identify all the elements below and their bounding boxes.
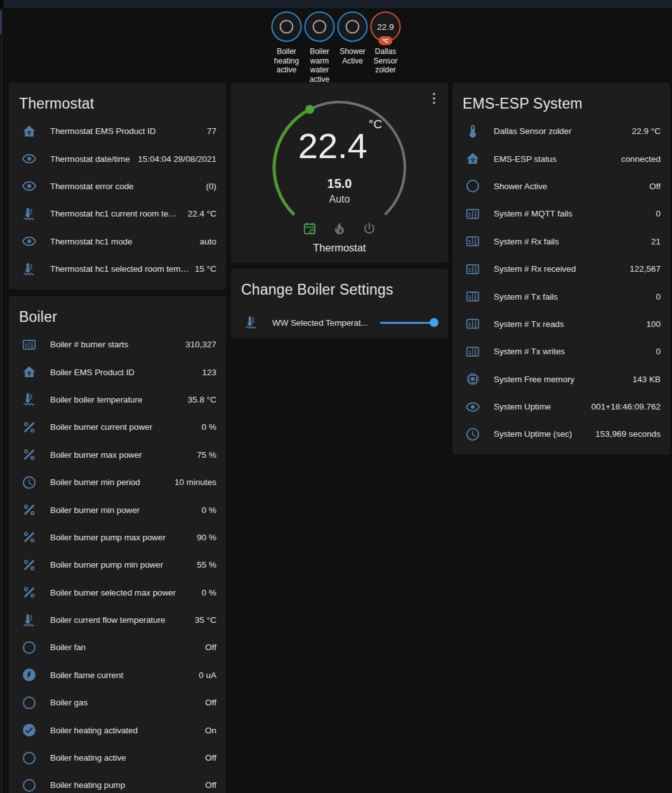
kebab-menu-icon[interactable] [431,91,437,106]
left-scrollbar-thumb[interactable] [0,10,2,34]
entity-value: 35.8 °C [188,395,216,404]
entity-label: Dallas Sensor zolder [494,126,627,136]
entity-row[interactable]: Boiler fan Off [9,634,226,661]
card-title: Boiler [9,296,226,331]
entity-row[interactable]: Boiler heating activated On [9,716,226,743]
entity-row[interactable]: Thermostat date/time 15:04:04 28/08/2021 [9,145,226,172]
entity-row[interactable]: Thermostat error code (0) [9,173,226,200]
slider-thumb[interactable] [430,318,438,327]
entity-label: Shower Active [494,182,644,191]
entity-value: 77 [207,126,216,136]
badge[interactable]: 22.9 °C Dallas Sensor zolder [369,11,402,75]
entity-row[interactable]: System Uptime (sec) 153,969 seconds [452,420,670,448]
entity-row[interactable]: Boiler burner pump min power 55 % [9,551,226,578]
ww-selected-temperature-row[interactable]: WW Selected Temperat... [231,308,448,337]
entity-row[interactable]: Boiler heating pump Off [9,771,226,793]
hvac-mode-buttons [231,221,448,236]
coolant-temperature-icon [22,613,37,628]
entity-row[interactable]: 125 System # Rx fails 21 [452,228,670,255]
entity-row[interactable]: EMS-ESP status connected [452,145,670,172]
clock-icon [465,427,480,442]
entity-value: 22.4 °C [188,209,216,218]
entity-row[interactable]: Thermostat hc1 selected room temper... 1… [9,255,226,283]
badge-circle [272,11,302,42]
entity-row[interactable]: Thermostat EMS Product ID 77 [9,117,226,145]
entity-label: System # MQTT fails [494,209,650,218]
entity-row[interactable]: 125 System # Tx reads 100 [452,310,670,338]
entity-row[interactable]: Boiler heating active Off [9,744,226,771]
left-edge-divider [1,8,2,793]
entity-row[interactable]: Dallas Sensor zolder 22.9 °C [452,117,670,145]
fire-icon[interactable] [332,221,347,236]
calendar-sync-icon[interactable] [302,221,317,236]
entity-row[interactable]: System Uptime 001+18:46:09.762 [452,393,670,420]
entity-row[interactable]: 125 System # MQTT fails 0 [452,200,670,227]
entity-value: 0 % [202,588,216,597]
entity-row[interactable]: System Free memory 143 KB [452,366,670,393]
climate-thermostat-card: 22.4°C 15.0 Auto Thermostat [231,83,448,263]
entity-row[interactable]: Boiler burner selected max power 0 % [9,579,226,606]
entity-label: System # Tx writes [494,347,650,356]
entity-row[interactable]: Boiler burner min period 10 minutes [9,469,226,496]
entity-row[interactable]: Boiler EMS Product ID 123 [9,358,226,385]
percent-icon [22,502,37,517]
entity-label: Boiler burner min power [50,505,197,515]
badge[interactable]: Boiler warm water active [303,11,336,84]
entity-row[interactable]: Boiler gas Off [9,689,226,716]
counter-icon: 125 [465,344,480,359]
entity-value: (0) [206,182,217,191]
entity-value: On [205,726,216,735]
entity-value: 10 minutes [175,477,216,487]
entity-row[interactable]: Boiler burner pump max power 90 % [9,524,226,551]
entity-label: System Free memory [494,375,628,384]
counter-icon: 125 [22,337,37,352]
badge[interactable]: Shower Active [336,11,369,65]
ems-esp-system-card: EMS-ESP System Dallas Sensor zolder 22.9… [452,83,670,455]
entity-row[interactable]: 125 System # Rx received 122,567 [452,255,670,283]
badge-circle [305,11,335,42]
entity-row[interactable]: Shower Active Off [452,173,670,200]
entity-row[interactable]: Boiler flame current 0 uA [9,662,226,689]
entity-label: Boiler burner max power [50,450,192,460]
svg-text:5: 5 [475,214,477,218]
entity-row[interactable]: 125 System # Tx writes 0 [452,338,670,365]
badge[interactable]: Boiler heating active [270,11,303,75]
svg-text:5: 5 [475,297,477,301]
entity-row[interactable]: 125 Boiler # burner starts 310,327 [9,331,226,358]
dial-handle[interactable] [305,105,314,114]
entity-row[interactable]: 125 System # Tx fails 0 [452,283,670,310]
badge-unit: °C [378,36,392,45]
entity-label: Boiler burner pump min power [50,560,192,570]
entity-row[interactable]: Boiler current flow temperature 35 °C [9,606,226,634]
svg-text:1: 1 [468,266,471,272]
entity-value: Off [649,182,661,191]
entity-row[interactable]: Boiler burner max power 75 % [9,441,226,469]
entity-value: Off [205,753,216,763]
thermostat-card-rows: Thermostat EMS Product ID 77 Thermostat … [9,117,226,283]
browser-top-corner [0,0,4,8]
badge-label: Dallas Sensor zolder [369,47,402,75]
entity-row[interactable]: Boiler boiler temperature 35.8 °C [9,386,226,413]
entity-label: Boiler heating active [50,753,200,763]
entity-value: 0 % [202,505,216,515]
entity-value: 0 [656,347,661,356]
entity-label: Thermostat hc1 mode [50,237,195,246]
home-assistant-dashboard: Boiler heating active Boiler warm water … [0,0,672,793]
power-icon[interactable] [362,221,377,236]
ww-temperature-slider[interactable] [380,318,438,327]
badge-label: Boiler warm water active [303,47,336,84]
entity-label: EMS-ESP status [494,154,616,164]
entity-row[interactable]: Thermostat hc1 current room temper... 22… [9,200,226,227]
eye-icon [22,151,37,166]
percent-icon [22,420,37,435]
boiler-card-rows: 125 Boiler # burner starts 310,327 Boile… [9,331,226,793]
entity-row[interactable]: Boiler burner current power 0 % [9,413,226,441]
percent-icon [22,530,37,545]
current-temperature: 22.4°C [231,128,448,164]
home-icon [22,364,37,380]
svg-text:1: 1 [468,211,471,217]
entity-label: System # Tx fails [494,292,650,302]
entity-row[interactable]: Thermostat hc1 mode auto [9,228,226,255]
entity-row[interactable]: Boiler burner min power 0 % [9,496,226,523]
home-icon [22,124,37,139]
